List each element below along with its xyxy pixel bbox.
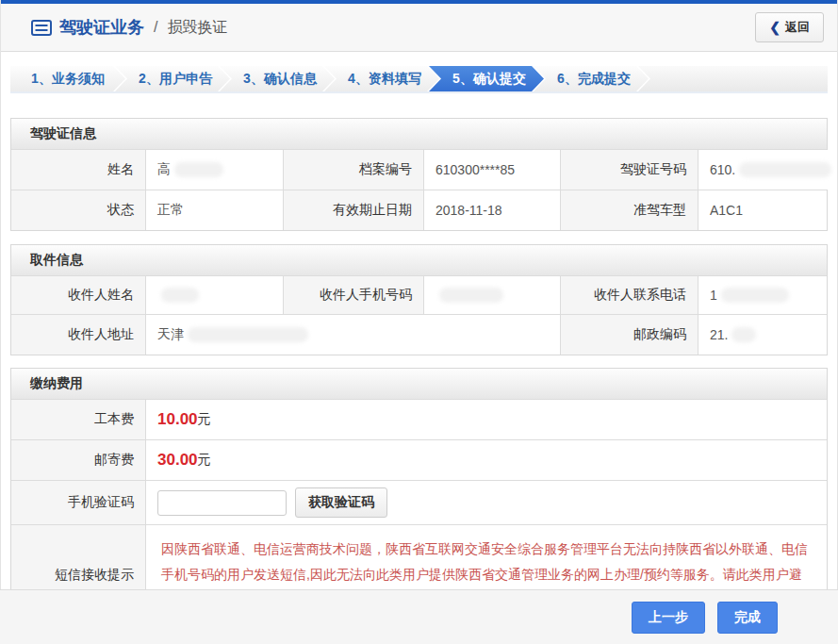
table-row: 状态 正常 有效期止日期 2018-11-18 准驾车型 A1C1	[11, 190, 827, 230]
redaction-blur	[739, 162, 831, 177]
redaction-blur	[439, 288, 503, 303]
license-info-section: 驾驶证信息 姓名 高 档案编号 610300****85 驾驶证号码 610. …	[10, 118, 828, 231]
finish-button[interactable]: 完成	[717, 602, 778, 634]
postage-fee-amount: 30.00	[157, 451, 198, 470]
status-value: 正常	[145, 190, 283, 230]
page-header: 驾驶证业务 / 损毁换证 ❮ 返回	[1, 4, 837, 52]
production-fee-value: 10.00元	[145, 400, 827, 439]
vehicle-class-label: 准驾车型	[560, 190, 698, 230]
recipient-phone-value: 1	[698, 276, 827, 314]
file-no-label: 档案编号	[283, 150, 423, 190]
footer-action-bar: 上一步 完成	[0, 589, 838, 644]
page-title: 驾驶证业务	[59, 16, 144, 39]
table-row: 收件人姓名 收件人手机号码 收件人联系电话 1	[11, 275, 827, 314]
license-card-icon	[31, 20, 52, 36]
recipient-name-label: 收件人姓名	[11, 276, 145, 314]
table-row: 收件人地址 天津 邮政编码 21.	[11, 314, 827, 355]
back-chevron-icon: ❮	[769, 21, 780, 34]
name-label: 姓名	[11, 150, 145, 190]
valid-until-value: 2018-11-18	[423, 190, 560, 230]
payment-section: 缴纳费用 工本费 10.00元 邮寄费 30.00元 手机验证码 获取验证码 短…	[10, 368, 828, 626]
recipient-address-label: 收件人地址	[11, 315, 145, 355]
valid-until-label: 有效期止日期	[283, 190, 423, 230]
table-row: 邮寄费 30.00元	[11, 439, 827, 480]
status-label: 状态	[11, 190, 145, 230]
recipient-phone-label: 收件人联系电话	[560, 276, 698, 314]
postal-code-label: 邮政编码	[560, 315, 698, 355]
fee-unit: 元	[198, 452, 211, 469]
pickup-info-section: 取件信息 收件人姓名 收件人手机号码 收件人联系电话 1 收件人地址 天津 邮政…	[10, 244, 828, 355]
step-6-complete-submit[interactable]: 6、完成提交	[534, 66, 649, 91]
table-row: 手机验证码 获取验证码	[11, 480, 827, 524]
redaction-blur	[188, 327, 308, 342]
sms-code-label: 手机验证码	[11, 481, 145, 524]
redaction-blur	[731, 327, 756, 342]
payment-title: 缴纳费用	[11, 369, 827, 399]
postal-code-value: 21.	[698, 315, 827, 355]
redaction-blur	[161, 288, 199, 303]
pickup-info-title: 取件信息	[11, 245, 827, 275]
breadcrumb: 驾驶证业务 / 损毁换证	[31, 16, 755, 39]
recipient-address-value: 天津	[145, 315, 560, 355]
production-fee-amount: 10.00	[157, 410, 198, 429]
file-no-value: 610300****85	[423, 150, 560, 190]
step-2-user-declaration[interactable]: 2、用户申告	[115, 66, 230, 91]
step-5-confirm-submit-active[interactable]: 5、确认提交	[429, 66, 544, 91]
step-bar-filler	[638, 66, 828, 91]
license-no-value: 610.	[698, 150, 838, 190]
step-4-fill-data[interactable]: 4、资料填写	[324, 66, 439, 91]
back-button-label: 返回	[785, 19, 810, 36]
sms-code-input[interactable]	[157, 490, 287, 516]
breadcrumb-separator: /	[154, 19, 157, 36]
redaction-blur	[721, 288, 789, 303]
get-sms-code-button[interactable]: 获取验证码	[295, 487, 387, 518]
production-fee-label: 工本费	[11, 400, 145, 439]
recipient-name-value	[145, 276, 283, 314]
step-1-business-notice[interactable]: 1、业务须知	[10, 66, 125, 91]
table-row: 姓名 高 档案编号 610300****85 驾驶证号码 610.	[11, 149, 827, 190]
license-info-title: 驾驶证信息	[11, 119, 827, 149]
page-subtitle: 损毁换证	[167, 18, 227, 38]
table-row: 工本费 10.00元	[11, 399, 827, 439]
back-button[interactable]: ❮ 返回	[755, 12, 824, 42]
vehicle-class-value: A1C1	[698, 190, 827, 230]
recipient-mobile-label: 收件人手机号码	[283, 276, 423, 314]
previous-step-button[interactable]: 上一步	[632, 602, 705, 634]
step-wizard: 1、业务须知 2、用户申告 3、确认信息 4、资料填写 5、确认提交 6、完成提…	[10, 66, 828, 93]
name-value: 高	[145, 150, 283, 190]
postage-fee-value: 30.00元	[145, 440, 827, 480]
recipient-mobile-value	[423, 276, 560, 314]
redaction-blur	[174, 162, 223, 177]
fee-unit: 元	[198, 411, 211, 428]
license-no-label: 驾驶证号码	[560, 150, 698, 190]
postage-fee-label: 邮寄费	[11, 440, 145, 480]
sms-code-cell: 获取验证码	[145, 481, 827, 524]
step-3-confirm-info[interactable]: 3、确认信息	[220, 66, 335, 91]
